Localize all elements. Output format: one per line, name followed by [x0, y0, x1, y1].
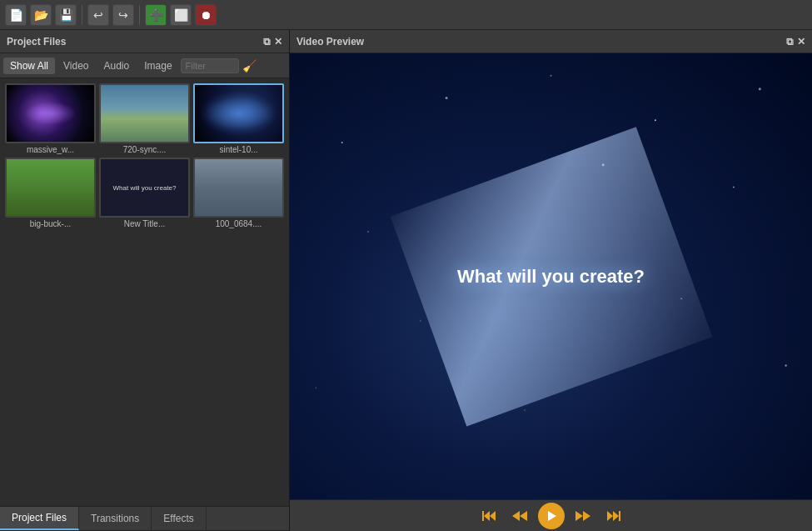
thumb-title: What will you create?	[99, 158, 190, 218]
close-video-icon[interactable]: ✕	[797, 36, 805, 48]
media-label-sintel: sintel-10...	[193, 145, 284, 154]
undo-button[interactable]: ↩	[87, 4, 109, 26]
tab-image[interactable]: Image	[137, 58, 178, 74]
media-label-sync: 720-sync....	[99, 145, 190, 154]
tab-transitions[interactable]: Transitions	[79, 507, 152, 530]
svg-marker-18	[548, 511, 556, 521]
media-grid: massive_w... 720-sync.... sintel-10...	[0, 78, 289, 506]
close-pf-icon[interactable]: ✕	[274, 36, 282, 48]
svg-point-11	[524, 409, 526, 411]
svg-marker-21	[613, 511, 619, 521]
pin-icon[interactable]: ⧉	[263, 36, 271, 48]
svg-point-7	[420, 320, 421, 322]
video-preview-header: Video Preview ⧉ ✕	[290, 30, 812, 53]
rewind-to-start-button[interactable]	[478, 504, 501, 528]
tab-effects[interactable]: Effects	[152, 507, 206, 530]
svg-point-3	[655, 119, 656, 121]
forward-end-icon	[605, 509, 620, 523]
export-button[interactable]: ⏺	[195, 4, 217, 26]
left-panel: Project Files ⧉ ✕ Show All Video Audio I…	[0, 30, 290, 531]
import-button[interactable]: ➕	[145, 4, 167, 26]
svg-point-9	[785, 364, 786, 366]
thumb-massive	[5, 83, 96, 143]
thumb-inner-title: What will you create?	[101, 159, 188, 216]
bottom-tabs: Project Files Transitions Effects	[0, 506, 289, 531]
svg-point-10	[316, 387, 317, 388]
thumb-road	[193, 158, 284, 218]
video-preview-title: Video Preview	[296, 36, 364, 48]
media-item-road[interactable]: 100_0684....	[193, 158, 284, 228]
project-files-title: Project Files	[7, 36, 66, 48]
svg-point-2	[550, 75, 552, 77]
playback-controls	[290, 499, 812, 531]
filter-input[interactable]	[181, 58, 239, 73]
tab-video[interactable]: Video	[57, 58, 95, 74]
pin-video-icon[interactable]: ⧉	[786, 36, 794, 48]
rewind-button[interactable]	[508, 504, 531, 528]
thumb-inner-sintel	[195, 85, 282, 142]
play-button[interactable]	[538, 503, 565, 529]
filter-clear-button[interactable]: 🧹	[241, 59, 258, 73]
svg-point-4	[759, 88, 761, 90]
forward-to-end-button[interactable]	[601, 504, 625, 528]
media-label-title: New Title...	[99, 219, 190, 228]
redo-button[interactable]: ↪	[112, 4, 134, 26]
project-files-header: Project Files ⧉ ✕	[0, 30, 289, 53]
media-label-road: 100_0684....	[193, 219, 284, 228]
header-icons: ⧉ ✕	[263, 36, 282, 48]
main-toolbar: 📄 📂 💾 ↩ ↪ ➕ ⬜ ⏺	[0, 0, 812, 30]
svg-marker-17	[512, 511, 520, 521]
video-canvas: What will you create?	[290, 53, 812, 499]
thumb-bigbuck	[5, 158, 96, 218]
rewind-icon	[512, 509, 527, 523]
fast-forward-button[interactable]	[571, 504, 595, 528]
svg-rect-23	[619, 511, 620, 521]
svg-marker-22	[607, 511, 613, 521]
svg-point-6	[733, 187, 735, 188]
media-label-massive: massive_w...	[5, 145, 96, 154]
media-label-bigbuck: big-buck-...	[5, 219, 96, 228]
thumb-inner-sync	[101, 85, 188, 142]
svg-marker-19	[575, 511, 583, 521]
media-item-title[interactable]: What will you create? New Title...	[99, 158, 190, 228]
fullscreen-button[interactable]: ⬜	[170, 4, 192, 26]
video-preview-text: What will you create?	[457, 266, 645, 288]
play-icon	[545, 510, 557, 522]
thumb-inner-massive	[7, 85, 94, 142]
svg-point-8	[680, 298, 682, 299]
svg-marker-14	[490, 511, 496, 521]
thumb-sync	[99, 83, 190, 143]
media-item-massive[interactable]: massive_w...	[5, 83, 96, 154]
thumb-inner-bigbuck	[7, 159, 94, 216]
video-area: What will you create?	[290, 53, 812, 499]
svg-point-0	[341, 142, 343, 143]
fast-forward-icon	[575, 509, 590, 523]
svg-marker-13	[484, 511, 490, 521]
new-button[interactable]: 📄	[5, 4, 27, 26]
thumb-inner-road	[195, 159, 282, 216]
tab-audio[interactable]: Audio	[97, 58, 137, 74]
svg-point-1	[446, 97, 448, 99]
toolbar-separator-1	[82, 5, 82, 25]
media-item-sync[interactable]: 720-sync....	[99, 83, 190, 154]
svg-rect-15	[482, 511, 484, 521]
thumb-sintel	[193, 83, 284, 143]
project-files-tabs: Show All Video Audio Image 🧹	[0, 53, 289, 78]
svg-point-12	[602, 163, 605, 166]
svg-marker-16	[520, 511, 527, 521]
media-item-sintel[interactable]: sintel-10...	[193, 83, 284, 154]
toolbar-separator-2	[139, 5, 140, 25]
save-button[interactable]: 💾	[55, 4, 77, 26]
video-header-icons: ⧉ ✕	[786, 36, 805, 48]
rewind-start-icon	[482, 509, 497, 523]
svg-point-5	[367, 231, 369, 233]
tab-project-files[interactable]: Project Files	[0, 507, 79, 530]
tab-show-all[interactable]: Show All	[3, 58, 55, 74]
right-panel: Video Preview ⧉ ✕	[290, 30, 812, 531]
svg-marker-20	[583, 511, 590, 521]
media-item-bigbuck[interactable]: big-buck-...	[5, 158, 96, 228]
open-button[interactable]: 📂	[30, 4, 52, 26]
main-area: Project Files ⧉ ✕ Show All Video Audio I…	[0, 30, 812, 531]
